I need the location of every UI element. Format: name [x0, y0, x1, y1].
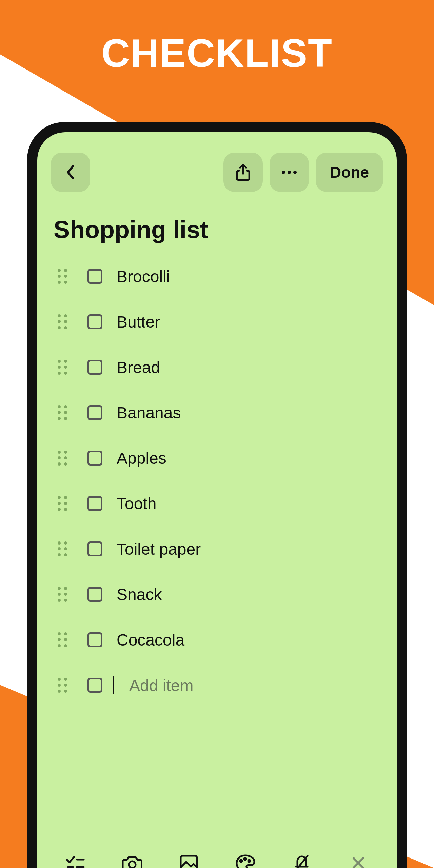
close-button[interactable] — [348, 853, 369, 868]
add-item-input[interactable]: Add item — [129, 676, 193, 695]
palette-icon — [235, 854, 255, 868]
done-label: Done — [330, 163, 369, 181]
bottom-toolbar — [37, 837, 397, 868]
image-button[interactable] — [179, 853, 199, 868]
checkbox[interactable] — [87, 405, 102, 420]
drag-handle-icon[interactable] — [58, 451, 68, 466]
checklist-item: Bread — [58, 344, 383, 390]
drag-handle-icon[interactable] — [58, 405, 68, 420]
checkbox[interactable] — [87, 269, 102, 284]
svg-point-9 — [240, 860, 242, 862]
checklist-item: Brocolli — [58, 254, 383, 299]
more-horizontal-icon — [281, 170, 298, 174]
item-label[interactable]: Cocacola — [117, 631, 184, 649]
promo-title: CHECKLIST — [0, 31, 434, 76]
drag-handle-icon[interactable] — [58, 541, 68, 556]
drag-handle-icon[interactable] — [58, 269, 68, 284]
note-title[interactable]: Shopping list — [37, 192, 397, 254]
item-label[interactable]: Toilet paper — [117, 540, 201, 558]
back-button[interactable] — [51, 153, 90, 192]
svg-point-2 — [288, 171, 291, 174]
item-label[interactable]: Brocolli — [117, 267, 170, 286]
checkbox[interactable] — [87, 496, 102, 511]
app-header: Done — [37, 132, 397, 192]
camera-button[interactable] — [122, 853, 142, 868]
drag-handle-icon[interactable] — [58, 587, 68, 602]
item-label[interactable]: Bananas — [117, 403, 181, 422]
checklist: Brocolli Butter Bread Bananas Apples — [37, 254, 397, 708]
drag-handle-icon[interactable] — [58, 314, 68, 329]
done-button[interactable]: Done — [316, 153, 383, 192]
app-screen: Done Shopping list Brocolli Butter Bread — [37, 132, 397, 868]
phone-frame: Done Shopping list Brocolli Butter Bread — [27, 122, 407, 868]
item-label[interactable]: Snack — [117, 585, 162, 604]
svg-point-11 — [248, 860, 250, 862]
checklist-icon — [66, 855, 85, 868]
drag-handle-icon[interactable] — [58, 678, 68, 693]
palette-button[interactable] — [235, 853, 255, 868]
checklist-toggle-button[interactable] — [65, 853, 86, 868]
checklist-item: Apples — [58, 435, 383, 481]
item-label[interactable]: Butter — [117, 313, 160, 331]
svg-point-3 — [293, 171, 297, 174]
item-label[interactable]: Bread — [117, 358, 160, 377]
checklist-item: Cocacola — [58, 617, 383, 663]
checkbox[interactable] — [87, 451, 102, 466]
drag-handle-icon[interactable] — [58, 632, 68, 647]
checklist-item: Butter — [58, 299, 383, 344]
bell-icon — [293, 854, 310, 868]
item-label[interactable]: Tooth — [117, 494, 156, 513]
camera-icon — [122, 854, 142, 868]
checklist-item: Bananas — [58, 390, 383, 435]
chevron-left-icon — [64, 164, 77, 180]
svg-point-7 — [129, 861, 136, 868]
close-icon — [352, 856, 365, 868]
svg-point-10 — [244, 858, 246, 860]
svg-point-1 — [282, 171, 285, 174]
reminder-button[interactable] — [292, 853, 312, 868]
checklist-item: Snack — [58, 572, 383, 617]
text-cursor — [113, 676, 114, 694]
drag-handle-icon[interactable] — [58, 360, 68, 375]
add-item-row: Add item — [58, 663, 383, 708]
share-icon — [235, 163, 251, 181]
checkbox[interactable] — [87, 678, 102, 693]
checklist-item: Toilet paper — [58, 526, 383, 572]
checkbox[interactable] — [87, 541, 102, 556]
checkbox[interactable] — [87, 632, 102, 647]
image-icon — [179, 854, 198, 868]
checkbox[interactable] — [87, 360, 102, 375]
item-label[interactable]: Apples — [117, 449, 166, 468]
drag-handle-icon[interactable] — [58, 496, 68, 511]
checkbox[interactable] — [87, 587, 102, 602]
checklist-item: Tooth — [58, 481, 383, 526]
svg-rect-8 — [181, 856, 197, 868]
checkbox[interactable] — [87, 314, 102, 329]
share-button[interactable] — [223, 153, 263, 192]
more-button[interactable] — [270, 153, 309, 192]
